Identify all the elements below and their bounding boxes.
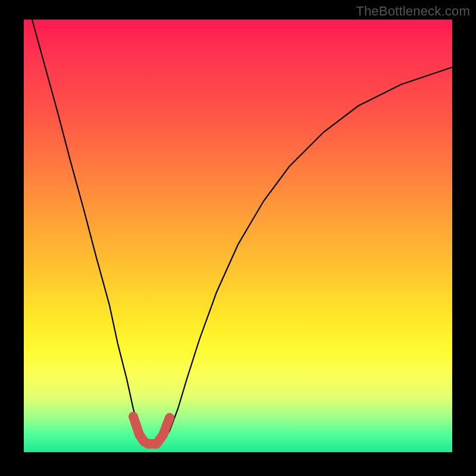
optimal-region-marker (133, 416, 170, 444)
watermark-text: TheBottleneck.com (356, 4, 470, 19)
chart-frame: TheBottleneck.com (0, 0, 476, 476)
chart-plot-area (24, 20, 452, 452)
bottleneck-curve-line (32, 20, 452, 446)
chart-svg (24, 20, 452, 452)
